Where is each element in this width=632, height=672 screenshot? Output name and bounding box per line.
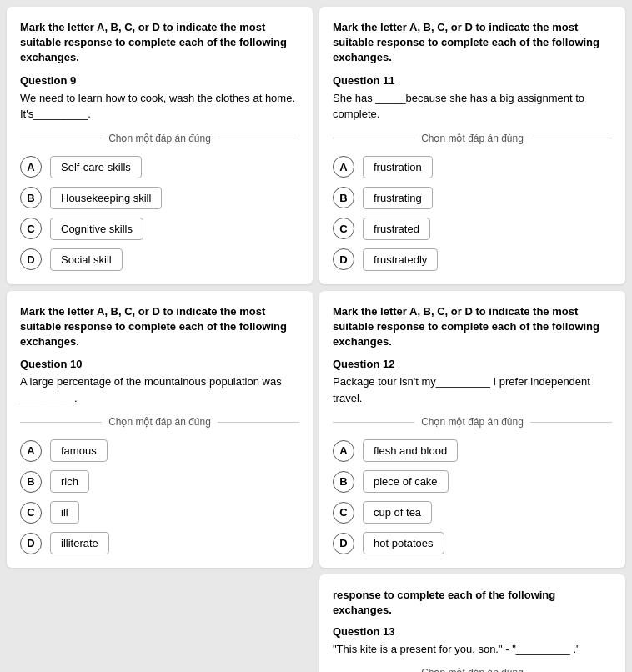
q10-divider-line-left <box>20 422 102 423</box>
q12-box-d: hot potatoes <box>363 532 444 554</box>
q11-box-d: frustratedly <box>363 248 438 271</box>
q9-option-a[interactable]: A Self-care skills <box>20 156 299 178</box>
q9-divider-text: Chọn một đáp án đúng <box>108 133 211 144</box>
q10-box-b: rich <box>50 470 89 493</box>
q11-options: A frustration B frustrating C frustrated… <box>333 156 612 271</box>
q12-divider-line-right <box>530 422 612 423</box>
q9-text: We need to learn how to cook, wash the c… <box>20 90 299 123</box>
q13-instruction-partial: response to complete each of the followi… <box>333 588 612 618</box>
q9-circle-c: C <box>20 218 42 239</box>
q11-label: Question 11 <box>333 74 612 87</box>
question-13-card: response to complete each of the followi… <box>319 574 625 672</box>
q9-box-d: Social skill <box>50 248 123 271</box>
q11-circle-b: B <box>333 187 354 208</box>
q12-options: A flesh and blood B piece of cake C cup … <box>333 439 612 554</box>
q12-instruction: Mark the letter A, B, C, or D to indicat… <box>333 304 612 350</box>
q9-label: Question 9 <box>20 74 299 87</box>
q12-option-b[interactable]: B piece of cake <box>333 470 612 493</box>
question-9-card: Mark the letter A, B, C, or D to indicat… <box>7 7 313 284</box>
q10-label: Question 10 <box>20 358 299 370</box>
q10-option-b[interactable]: B rich <box>20 470 299 493</box>
q11-text: She has _____because she has a big assig… <box>333 90 612 123</box>
q10-circle-a: A <box>20 440 42 462</box>
q11-divider-line-right <box>530 138 612 138</box>
q10-options: A famous B rich C ill D illiterate <box>20 439 299 554</box>
q10-text: A large percentage of the mountainous po… <box>20 374 299 406</box>
q9-box-b: Housekeeping skill <box>50 187 162 209</box>
q11-option-c[interactable]: C frustrated <box>333 218 612 240</box>
q11-circle-c: C <box>333 218 354 239</box>
q12-divider: Chọn một đáp án đúng <box>333 416 612 428</box>
q10-circle-b: B <box>20 471 42 493</box>
q12-box-a: flesh and blood <box>363 439 458 462</box>
q9-option-b[interactable]: B Housekeeping skill <box>20 187 299 209</box>
question-10-card: Mark the letter A, B, C, or D to indicat… <box>7 291 313 569</box>
q10-instruction: Mark the letter A, B, C, or D to indicat… <box>20 304 299 350</box>
q12-divider-line-left <box>333 422 414 423</box>
q9-instruction: Mark the letter A, B, C, or D to indicat… <box>20 20 299 66</box>
q12-circle-d: D <box>333 533 354 554</box>
q11-option-d[interactable]: D frustratedly <box>333 248 612 271</box>
q9-box-a: Self-care skills <box>50 156 142 178</box>
q12-option-c[interactable]: C cup of tea <box>333 501 612 524</box>
q11-divider-line-left <box>333 138 414 138</box>
q9-circle-a: A <box>20 156 42 178</box>
q9-divider: Chọn một đáp án đúng <box>20 133 299 144</box>
q11-divider-text: Chọn một đáp án đúng <box>421 133 524 144</box>
q11-box-a: frustration <box>363 156 433 178</box>
q11-box-c: frustrated <box>363 218 430 240</box>
q9-option-d[interactable]: D Social skill <box>20 248 299 271</box>
divider-line-right <box>218 138 299 138</box>
q9-circle-b: B <box>20 187 42 208</box>
q11-option-a[interactable]: A frustration <box>333 156 612 178</box>
q13-text: "This kite is a present for you, son." -… <box>333 641 612 658</box>
question-11-card: Mark the letter A, B, C, or D to indicat… <box>319 7 625 284</box>
q9-options: A Self-care skills B Housekeeping skill … <box>20 156 299 271</box>
q12-circle-a: A <box>333 440 354 462</box>
question-12-card: Mark the letter A, B, C, or D to indicat… <box>319 291 625 569</box>
q12-divider-text: Chọn một đáp án đúng <box>421 416 524 428</box>
q12-text: Package tour isn't my_________ I prefer … <box>333 374 612 406</box>
q11-circle-a: A <box>333 156 354 178</box>
q10-option-c[interactable]: C ill <box>20 501 299 524</box>
q10-divider-line-right <box>218 422 299 423</box>
q12-box-c: cup of tea <box>363 501 432 524</box>
right-column: Mark the letter A, B, C, or D to indicat… <box>319 7 625 672</box>
q12-option-d[interactable]: D hot potatoes <box>333 532 612 554</box>
q11-divider: Chọn một đáp án đúng <box>333 133 612 144</box>
q13-divider: Chọn một đáp án đúng <box>333 667 612 672</box>
left-column: Mark the letter A, B, C, or D to indicat… <box>7 7 313 672</box>
q10-option-d[interactable]: D illiterate <box>20 532 299 554</box>
q13-label: Question 13 <box>333 625 612 638</box>
q12-circle-c: C <box>333 502 354 524</box>
q12-circle-b: B <box>333 471 354 493</box>
q10-box-d: illiterate <box>50 532 109 554</box>
q9-option-c[interactable]: C Cognitive skills <box>20 218 299 240</box>
q11-instruction: Mark the letter A, B, C, or D to indicat… <box>333 20 612 66</box>
q11-option-b[interactable]: B frustrating <box>333 187 612 209</box>
q10-box-a: famous <box>50 439 108 462</box>
q11-box-b: frustrating <box>363 187 433 209</box>
q13-divider-text: Chọn một đáp án đúng <box>421 667 524 672</box>
q10-circle-c: C <box>20 502 42 524</box>
q12-box-b: piece of cake <box>363 470 449 493</box>
q11-circle-d: D <box>333 248 354 270</box>
q10-box-c: ill <box>50 501 79 524</box>
divider-line-left <box>20 138 102 138</box>
q10-option-a[interactable]: A famous <box>20 439 299 462</box>
q12-option-a[interactable]: A flesh and blood <box>333 439 612 462</box>
q12-label: Question 12 <box>333 358 612 370</box>
q10-circle-d: D <box>20 533 42 554</box>
q9-box-c: Cognitive skills <box>50 218 143 240</box>
q10-divider: Chọn một đáp án đúng <box>20 416 299 428</box>
q9-circle-d: D <box>20 248 42 270</box>
q10-divider-text: Chọn một đáp án đúng <box>108 416 211 428</box>
